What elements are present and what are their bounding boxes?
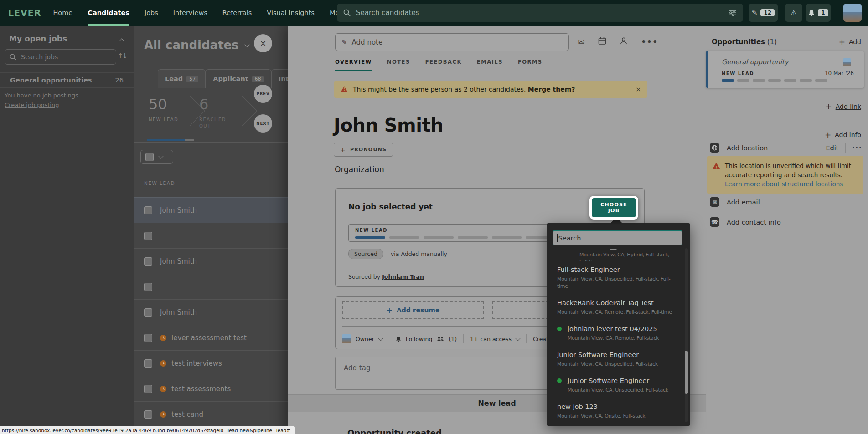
tab-notes[interactable]: NOTES <box>387 59 410 71</box>
job-option[interactable]: Junior Software EngineerMountain View, C… <box>547 372 690 398</box>
add-note-field[interactable]: ✎ Add note <box>335 33 569 51</box>
row-checkbox[interactable] <box>144 232 152 240</box>
search-jobs-input[interactable] <box>20 53 111 61</box>
row-checkbox[interactable] <box>144 410 152 419</box>
more-options-icon[interactable]: ••• <box>641 37 650 46</box>
edit-location-link[interactable]: Edit <box>826 144 838 152</box>
scrollbar-thumb[interactable] <box>685 351 688 394</box>
stage-new-lead[interactable]: 50 NEW LEAD <box>149 96 178 123</box>
timeline-section-heading: Opportunity created <box>347 428 442 434</box>
opportunity-card[interactable]: General opportunity NEW LEAD 10 Mar '26 <box>706 51 864 88</box>
nav-home[interactable]: Home <box>53 0 72 26</box>
row-checkbox[interactable] <box>144 385 152 393</box>
nav-visual-insights[interactable]: Visual Insights <box>267 0 315 26</box>
candidate-row[interactable]: test cand <box>134 402 288 427</box>
tab-interview[interactable]: Interview <box>271 69 288 88</box>
select-all-checkbox[interactable] <box>145 153 154 161</box>
search-candidates-input[interactable] <box>355 8 728 17</box>
job-option[interactable]: HackeRank CodePair Tag TestMountain View… <box>547 294 690 320</box>
tab-forms[interactable]: FORMS <box>518 59 542 71</box>
add-resume-dropzone[interactable]: + Add resume <box>342 301 484 319</box>
sourcer-link[interactable]: Johnlam Tran <box>382 273 424 280</box>
structured-locations-link[interactable]: Learn more about structured locations <box>725 180 843 188</box>
profile-action-icons: ✉ ••• <box>577 37 650 46</box>
job-option[interactable]: Junior Software EngineerMountain View, C… <box>547 346 690 372</box>
notifications-button[interactable]: 1 <box>806 4 831 22</box>
row-checkbox[interactable] <box>144 283 152 291</box>
candidate-row[interactable] <box>134 223 288 249</box>
user-avatar[interactable] <box>843 4 862 22</box>
calendar-icon[interactable] <box>598 37 607 46</box>
tab-emails[interactable]: EMAILS <box>477 59 503 71</box>
candidate-row[interactable]: John Smith <box>134 300 288 325</box>
merge-them-link[interactable]: Merge them? <box>528 86 575 93</box>
row-checkbox[interactable] <box>144 359 152 368</box>
candidate-row[interactable]: lever assessment test <box>134 325 288 351</box>
drafts-button[interactable]: ✎ 12 <box>749 4 778 22</box>
can-access-link[interactable]: 1+ can access <box>470 336 512 342</box>
alerts-button[interactable]: ⚠ <box>785 4 802 22</box>
choose-job-button[interactable]: CHOOSE JOB <box>592 198 636 217</box>
close-panel-button[interactable]: × <box>254 34 272 52</box>
warning-icon: ⚠ <box>790 9 797 17</box>
job-option[interactable]: Mountain View, CA, Hybrid, Full-stack, F… <box>547 248 690 261</box>
stage-reached-out[interactable]: 6 REACHEDOUT <box>199 96 226 129</box>
search-jobs-box[interactable] <box>5 49 116 65</box>
row-checkbox[interactable] <box>144 257 152 266</box>
location-menu-button[interactable]: ••• <box>852 145 862 151</box>
following-link[interactable]: Following <box>406 336 433 342</box>
pencil-icon: ✎ <box>341 38 347 46</box>
row-checkbox[interactable] <box>144 334 152 342</box>
add-email-row[interactable]: ✉ Add email <box>710 197 862 207</box>
sidebar-group-general-opportunities[interactable]: General opportunities 26 <box>0 72 134 88</box>
nav-candidates[interactable]: Candidates <box>88 0 129 26</box>
job-search-field[interactable]: Search... <box>553 230 682 245</box>
add-opportunity-button[interactable]: + Add <box>839 37 861 46</box>
job-option[interactable]: new job 123Mountain View, CA, Onsite, Fu… <box>547 398 690 424</box>
clipped-title <box>610 249 617 250</box>
create-job-posting-link[interactable]: Create job posting <box>5 102 59 108</box>
person-icon[interactable] <box>620 37 629 46</box>
banner-close-icon[interactable]: × <box>636 86 641 93</box>
no-job-text: No job selected yet <box>348 202 433 211</box>
tab-lead[interactable]: Lead 57 <box>158 69 206 88</box>
candidates-list-panel: All candidates × Lead 57 Applicant 68 In… <box>134 26 288 434</box>
candidate-row[interactable] <box>134 274 288 300</box>
access-count-link[interactable]: (1) <box>449 336 457 342</box>
nav-referrals[interactable]: Referrals <box>222 0 252 26</box>
candidate-row[interactable]: test assessments <box>134 376 288 402</box>
add-info-button[interactable]: + Add info <box>825 130 861 139</box>
dropdown-scrollbar[interactable] <box>685 248 688 422</box>
collapse-chevron-icon[interactable] <box>119 38 124 43</box>
add-contact-row[interactable]: ☎ Add contact info <box>710 217 862 227</box>
chevron-down-icon <box>158 153 163 158</box>
sort-icon[interactable]: ↑↓ <box>118 52 126 60</box>
search-icon <box>10 54 16 61</box>
chevron-down-icon <box>378 336 383 341</box>
next-stage-button[interactable]: NEXT <box>254 114 272 133</box>
prev-stage-button[interactable]: PREV <box>254 85 272 103</box>
other-candidates-link[interactable]: 2 other candidates <box>464 86 524 93</box>
nav-jobs[interactable]: Jobs <box>145 0 158 26</box>
job-option[interactable]: Full-stack EngineerMountain View, CA, Un… <box>547 261 690 294</box>
email-icon[interactable]: ✉ <box>577 37 586 46</box>
add-link-button[interactable]: + Add link <box>825 102 861 111</box>
owner-link[interactable]: Owner <box>356 336 374 342</box>
tab-overview[interactable]: OVERVIEW <box>335 59 372 71</box>
candidate-row[interactable]: test interviews <box>134 351 288 376</box>
add-pronouns-button[interactable]: + PRONOUNS <box>334 143 393 157</box>
add-resume-link[interactable]: Add resume <box>397 306 440 314</box>
nav-interviews[interactable]: Interviews <box>173 0 207 26</box>
job-options-list: Mountain View, CA, Hybrid, Full-stack, F… <box>547 248 690 424</box>
tab-feedback[interactable]: FEEDBACK <box>425 59 462 71</box>
row-checkbox[interactable] <box>144 308 152 317</box>
candidate-row[interactable]: John Smith <box>134 249 288 274</box>
select-all-control[interactable] <box>140 150 173 164</box>
filter-sliders-icon[interactable] <box>728 9 737 16</box>
global-search[interactable] <box>337 4 743 22</box>
job-option[interactable]: johnlam lever test 04/2025Mountain View,… <box>547 320 690 346</box>
list-title[interactable]: All candidates <box>144 38 249 52</box>
row-checkbox[interactable] <box>144 206 152 214</box>
candidate-row[interactable]: John Smith <box>134 197 288 223</box>
people-icon <box>437 336 444 342</box>
